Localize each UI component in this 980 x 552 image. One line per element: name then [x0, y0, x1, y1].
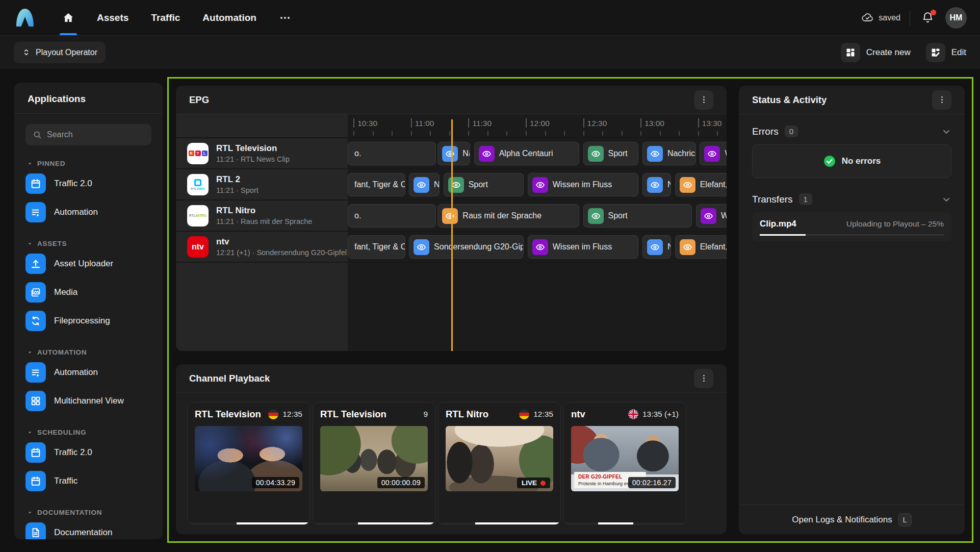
sidebar-section-header-pinned[interactable]: PINNED [14, 158, 163, 169]
transfers-section-header[interactable]: Transfers 1 [752, 193, 951, 205]
epg-program[interactable]: fant, Tiger & Co. [348, 173, 405, 196]
sidebar-section-label: SCHEDULING [37, 429, 86, 436]
nav-item-assets[interactable]: Assets [86, 0, 140, 35]
epg-program[interactable]: fant, Tiger & Co. [348, 235, 405, 259]
sidebar-item-label: Multichannel View [54, 396, 124, 406]
app-logo[interactable] [13, 6, 37, 30]
epg-channel-ntv[interactable]: ntvntv12:21 (+1) · Sondersendung G20-Gip… [176, 232, 348, 263]
epg-program[interactable]: Nachrichten [437, 142, 470, 165]
open-logs-button[interactable]: Open Logs & Notifications L [739, 505, 965, 534]
epg-program[interactable]: Elefant, Tiger & Co. [675, 235, 727, 259]
epg-program[interactable]: Wissen im Fluss [528, 173, 639, 196]
search-wrap [25, 124, 151, 145]
media-icon [25, 282, 46, 303]
sidebar-item-traffic[interactable]: Traffic [14, 467, 163, 495]
program-label: Nachrichten [434, 180, 440, 189]
sidebar-item-asset-uploader[interactable]: Asset Uploader [14, 249, 163, 278]
flag-de-icon [268, 409, 278, 419]
edit-button[interactable]: Edit [926, 43, 966, 62]
epg-program[interactable]: o. [348, 204, 436, 228]
epg-program[interactable]: Sondersendung G20-Gipfel [409, 235, 524, 259]
playback-channel-name: RTL Nitro [446, 409, 515, 420]
playback-card-ntv[interactable]: ntv13:35 (+1)DER G20-GIPFELProteste in H… [563, 402, 686, 525]
epg-channel-rtl-nitro[interactable]: RTLNITRORTL Nitro11:21 · Raus mit der Sp… [176, 200, 348, 232]
sidebar-item-label: Automation [54, 367, 98, 378]
chevron-down-icon[interactable] [941, 127, 951, 137]
epg-program[interactable]: Sport [444, 173, 524, 196]
epg-program[interactable]: Nachrichten [409, 173, 440, 196]
minor-tick [411, 131, 412, 136]
minor-tick [717, 131, 718, 136]
epg-program[interactable]: Raus mit der Sprache [437, 204, 579, 228]
channel-now-playing: 12:21 (+1) · Sondersendung G20-Gipfel [216, 248, 347, 257]
playback-menu-button[interactable] [694, 369, 713, 388]
playback-card-rtl-television[interactable]: RTL Television12:3500:04:33.29 [187, 402, 310, 525]
sidebar-item-automation[interactable]: Automation [14, 198, 163, 227]
epg-program[interactable]: Elefant, Tiger & Co. [675, 173, 727, 196]
chevron-down-icon[interactable] [941, 194, 951, 205]
eye-icon [532, 177, 548, 193]
playback-local-time: 9 [423, 410, 428, 419]
sidebar-item-traffic-2-0[interactable]: Traffic 2.0 [14, 169, 163, 198]
playback-card-rtl-nitro[interactable]: RTL Nitro12:35LIVE [438, 402, 561, 525]
search-input[interactable] [25, 124, 151, 145]
timecode-overlay: 00:02:16.27 [628, 477, 676, 488]
sidebar-item-multichannel-view[interactable]: Multichannel View [14, 387, 163, 415]
sidebar-section-header-documentation[interactable]: DOCUMENTATION [14, 507, 163, 518]
program-label: Nachrichten [667, 242, 671, 252]
playback-card-rtl-television[interactable]: RTL Television900:00:00.09 [313, 402, 435, 525]
transfer-item[interactable]: Clip.mp4 Uploading to Playout – 25% [752, 212, 951, 241]
errors-count-badge: 0 [785, 126, 798, 137]
sidebar-item-documentation[interactable]: Documentation [14, 518, 163, 539]
epg-channel-rtl-television[interactable]: RTLRTL Television11:21 · RTL News Clip [176, 138, 348, 169]
epg-program[interactable]: Alpha Centauri [474, 142, 579, 165]
epg-channel-rtl-2[interactable]: RTLZWEIRTL 211:21 · Sport [176, 169, 348, 200]
epg-program[interactable]: o. [348, 142, 436, 165]
epg-program[interactable]: Wissen im Fluss [528, 235, 639, 259]
epg-program-row: fant, Tiger & Co.Sondersendung G20-Gipfe… [348, 232, 727, 263]
epg-program[interactable]: Nachrichten [642, 142, 696, 165]
epg-program[interactable]: Wissen im Fluss [700, 142, 727, 165]
channel-text: RTL Nitro11:21 · Raus mit der Sprache [216, 206, 312, 225]
epg-menu-button[interactable] [694, 90, 713, 110]
notifications-button[interactable] [919, 9, 936, 26]
epg-program[interactable]: Wissen im Fluss [696, 204, 727, 228]
sidebar-section-header-scheduling[interactable]: SCHEDULING [14, 426, 163, 438]
epg-program[interactable]: Nachrichten [642, 235, 671, 259]
nav-item-more[interactable] [268, 0, 302, 35]
minor-tick [526, 131, 527, 136]
avatar[interactable]: HM [945, 7, 967, 29]
live-label: LIVE [522, 479, 537, 487]
epg-program[interactable]: Nachrichten [642, 173, 671, 196]
channel-playback-panel: Channel Playback RTL Television12:3500:0… [176, 364, 727, 534]
calendar-icon [25, 471, 46, 491]
minor-tick [545, 131, 546, 136]
role-selector[interactable]: Playout Operator [14, 42, 106, 63]
program-label: Sport [608, 211, 628, 220]
upload-icon [25, 254, 46, 274]
sidebar-item-media[interactable]: Media [14, 278, 163, 307]
minor-tick [449, 131, 450, 136]
epg-header: EPG [176, 86, 727, 114]
sidebar-section-header-assets[interactable]: ASSETS [14, 238, 163, 249]
cloud-check-icon [861, 11, 874, 24]
epg-program[interactable]: Sport [583, 142, 639, 165]
nav-item-traffic[interactable]: Traffic [140, 0, 191, 35]
playback-local-time: 12:35 [533, 410, 553, 419]
sidebar-section-header-automation[interactable]: AUTOMATION [14, 346, 163, 358]
nav-item-home[interactable] [51, 0, 86, 35]
sidebar-item-fileprocessing[interactable]: Fileprocessing [14, 307, 163, 335]
create-new-button[interactable]: Create new [841, 43, 911, 62]
document-icon [25, 522, 46, 539]
epg-program[interactable]: Sport [583, 204, 692, 228]
sidebar-item-traffic-2-0[interactable]: Traffic 2.0 [14, 438, 163, 467]
playback-header: Channel Playback [176, 364, 727, 393]
errors-section-header[interactable]: Errors 0 [752, 126, 951, 137]
sidebar-item-automation[interactable]: Automation [14, 358, 163, 387]
sidebar-item-label: Documentation [54, 528, 112, 538]
status-menu-button[interactable] [932, 90, 951, 110]
nav-item-automation[interactable]: Automation [191, 0, 268, 35]
epg-playhead [451, 119, 453, 351]
epg-program-row: fant, Tiger & Co.NachrichtenSportWissen … [348, 169, 727, 200]
playback-card-body [313, 491, 435, 524]
